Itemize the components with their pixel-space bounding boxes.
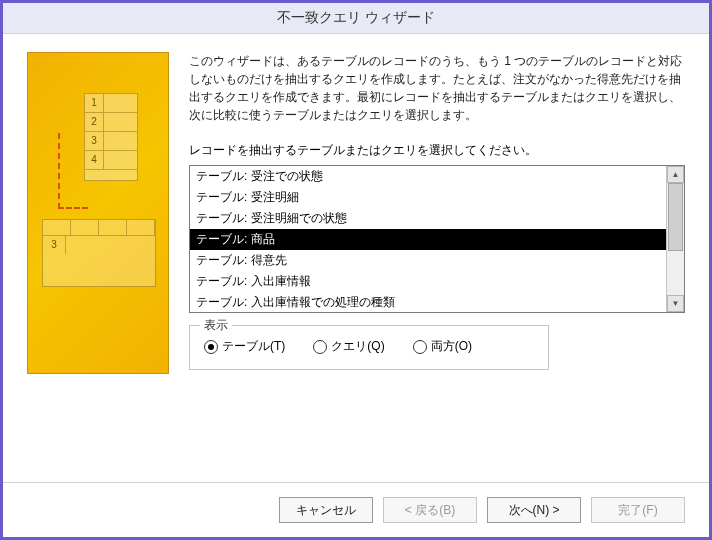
- next-button[interactable]: 次へ(N) >: [487, 497, 581, 523]
- list-item[interactable]: テーブル: 受注での状態: [190, 166, 666, 187]
- view-fieldset: 表示 テーブル(T) クエリ(Q) 両方(O): [189, 325, 549, 370]
- list-item[interactable]: テーブル: 受注明細: [190, 187, 666, 208]
- radio-tables-label: テーブル(T): [222, 338, 285, 355]
- list-item[interactable]: テーブル: 得意先: [190, 250, 666, 271]
- radio-both-label: 両方(O): [431, 338, 472, 355]
- illust-num: 3: [43, 236, 66, 254]
- scroll-track[interactable]: [667, 183, 684, 295]
- titlebar: 不一致クエリ ウィザード: [3, 3, 709, 34]
- view-legend: 表示: [200, 317, 232, 334]
- scroll-up-button[interactable]: ▲: [667, 166, 684, 183]
- right-column: このウィザードは、あるテーブルのレコードのうち、もう 1 つのテーブルのレコード…: [189, 52, 685, 482]
- selection-prompt: レコードを抽出するテーブルまたはクエリを選択してください。: [189, 142, 685, 159]
- illust-num: 2: [85, 113, 104, 131]
- list-item[interactable]: テーブル: 受注明細での状態: [190, 208, 666, 229]
- table-listbox[interactable]: テーブル: 受注での状態 テーブル: 受注明細 テーブル: 受注明細での状態 テ…: [189, 165, 685, 313]
- list-item[interactable]: テーブル: 入出庫情報: [190, 271, 666, 292]
- scroll-thumb[interactable]: [668, 183, 683, 251]
- illust-connector: [58, 133, 88, 209]
- radio-dot-icon: [204, 340, 218, 354]
- listbox-scrollbar[interactable]: ▲ ▼: [666, 166, 684, 312]
- radio-tables[interactable]: テーブル(T): [204, 338, 285, 355]
- radio-queries[interactable]: クエリ(Q): [313, 338, 384, 355]
- listbox-items: テーブル: 受注での状態 テーブル: 受注明細 テーブル: 受注明細での状態 テ…: [190, 166, 666, 312]
- list-item[interactable]: テーブル: 入出庫情報での処理の種類: [190, 292, 666, 312]
- wizard-description: このウィザードは、あるテーブルのレコードのうち、もう 1 つのテーブルのレコード…: [189, 52, 685, 124]
- cancel-button[interactable]: キャンセル: [279, 497, 373, 523]
- scroll-down-button[interactable]: ▼: [667, 295, 684, 312]
- radio-dot-icon: [413, 340, 427, 354]
- wizard-illustration: 1 2 3 4 3: [27, 52, 169, 374]
- back-button[interactable]: < 戻る(B): [383, 497, 477, 523]
- illust-table-1: 1 2 3 4: [84, 93, 138, 181]
- illust-num: 1: [85, 94, 104, 112]
- wizard-window: 不一致クエリ ウィザード 1 2 3 4 3 このウィザードは、あるテーブルのレ…: [0, 0, 712, 540]
- radio-both[interactable]: 両方(O): [413, 338, 472, 355]
- view-radios: テーブル(T) クエリ(Q) 両方(O): [204, 338, 534, 355]
- window-title: 不一致クエリ ウィザード: [277, 9, 435, 25]
- list-item-selected[interactable]: テーブル: 商品: [190, 229, 666, 250]
- content-area: 1 2 3 4 3 このウィザードは、あるテーブルのレコードのうち、もう 1 つ…: [3, 34, 709, 482]
- wizard-footer: キャンセル < 戻る(B) 次へ(N) > 完了(F): [3, 482, 709, 537]
- illust-table-2: 3: [42, 219, 156, 287]
- finish-button[interactable]: 完了(F): [591, 497, 685, 523]
- radio-queries-label: クエリ(Q): [331, 338, 384, 355]
- radio-dot-icon: [313, 340, 327, 354]
